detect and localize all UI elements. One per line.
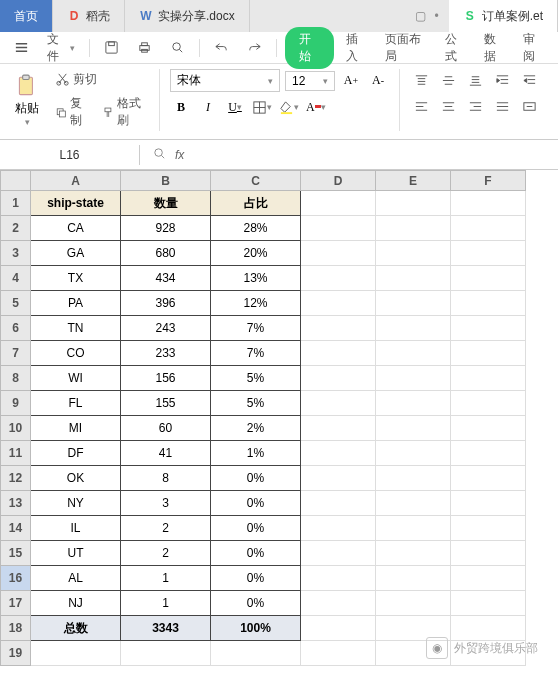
increase-font-button[interactable]: A+ (340, 70, 362, 92)
cell[interactable]: 41 (121, 441, 211, 466)
align-right-button[interactable] (464, 95, 486, 117)
bold-button[interactable]: B (170, 96, 192, 118)
cell[interactable] (451, 216, 526, 241)
row-header[interactable]: 4 (1, 266, 31, 291)
cell[interactable] (376, 316, 451, 341)
col-header[interactable]: F (451, 171, 526, 191)
cell[interactable]: GA (31, 241, 121, 266)
cell[interactable]: 12% (211, 291, 301, 316)
cell[interactable]: 0% (211, 466, 301, 491)
cell[interactable]: 8 (121, 466, 211, 491)
cell[interactable] (451, 391, 526, 416)
menu-review[interactable]: 审阅 (517, 27, 550, 69)
cell[interactable]: 396 (121, 291, 211, 316)
cell[interactable]: 0% (211, 541, 301, 566)
cell[interactable] (301, 391, 376, 416)
cell[interactable] (301, 516, 376, 541)
cell[interactable]: 680 (121, 241, 211, 266)
menu-start[interactable]: 开始 (285, 27, 334, 69)
cell[interactable]: NJ (31, 591, 121, 616)
paste-button[interactable]: 粘贴▾ (8, 72, 46, 129)
cell[interactable] (451, 516, 526, 541)
cell[interactable] (376, 491, 451, 516)
font-family-select[interactable]: 宋体▾ (170, 69, 280, 92)
cell[interactable]: 3 (121, 491, 211, 516)
col-header[interactable]: C (211, 171, 301, 191)
cell[interactable] (301, 266, 376, 291)
cell[interactable]: 233 (121, 341, 211, 366)
cell[interactable] (451, 541, 526, 566)
cell[interactable] (301, 566, 376, 591)
row-header[interactable]: 16 (1, 566, 31, 591)
cell[interactable] (451, 591, 526, 616)
border-button[interactable]: ▾ (251, 96, 273, 118)
window-control-icon[interactable]: • (434, 9, 438, 23)
cell[interactable]: 13% (211, 266, 301, 291)
cell[interactable] (301, 591, 376, 616)
cell[interactable]: DF (31, 441, 121, 466)
cell[interactable]: 5% (211, 366, 301, 391)
cell[interactable]: 7% (211, 316, 301, 341)
cell[interactable] (121, 641, 211, 666)
fill-color-button[interactable]: ▾ (278, 96, 300, 118)
cell[interactable] (301, 491, 376, 516)
cell[interactable]: 0% (211, 591, 301, 616)
cell[interactable]: 2% (211, 416, 301, 441)
row-header[interactable]: 5 (1, 291, 31, 316)
menu-data[interactable]: 数据 (478, 27, 511, 69)
zoom-icon[interactable] (152, 146, 167, 164)
cell[interactable] (376, 541, 451, 566)
cell[interactable]: TN (31, 316, 121, 341)
cell[interactable] (376, 441, 451, 466)
col-header[interactable]: B (121, 171, 211, 191)
name-box[interactable]: L16 (0, 145, 140, 165)
cell[interactable] (301, 441, 376, 466)
redo-icon[interactable] (241, 36, 268, 59)
col-header[interactable]: E (376, 171, 451, 191)
menu-file[interactable]: 文件 ▾ (41, 27, 81, 69)
cell[interactable]: 5% (211, 391, 301, 416)
cell[interactable]: 0% (211, 516, 301, 541)
decrease-indent-button[interactable] (518, 69, 540, 91)
row-header[interactable]: 18 (1, 616, 31, 641)
cell[interactable]: FL (31, 391, 121, 416)
cell[interactable] (301, 341, 376, 366)
cell[interactable]: 243 (121, 316, 211, 341)
cell[interactable]: MI (31, 416, 121, 441)
row-header[interactable]: 12 (1, 466, 31, 491)
fx-icon[interactable]: fx (175, 148, 184, 162)
cut-button[interactable]: 剪切 (51, 69, 149, 90)
cell[interactable] (31, 641, 121, 666)
menu-hamburger[interactable] (8, 36, 35, 59)
align-center-button[interactable] (437, 95, 459, 117)
decrease-font-button[interactable]: A- (367, 70, 389, 92)
row-header[interactable]: 6 (1, 316, 31, 341)
cell[interactable] (376, 341, 451, 366)
cell[interactable] (451, 191, 526, 216)
font-size-select[interactable]: 12▾ (285, 71, 335, 91)
menu-layout[interactable]: 页面布局 (379, 27, 433, 69)
cell[interactable] (451, 441, 526, 466)
cell[interactable]: WI (31, 366, 121, 391)
row-header[interactable]: 2 (1, 216, 31, 241)
cell[interactable]: CO (31, 341, 121, 366)
justify-button[interactable] (491, 95, 513, 117)
cell[interactable] (301, 291, 376, 316)
cell[interactable] (451, 466, 526, 491)
grid[interactable]: ABCDEF1ship-state数量占比2CA92828%3GA68020%4… (0, 170, 526, 666)
cell[interactable]: AL (31, 566, 121, 591)
cell[interactable]: 数量 (121, 191, 211, 216)
cell[interactable]: 20% (211, 241, 301, 266)
cell[interactable]: CA (31, 216, 121, 241)
cell[interactable]: 156 (121, 366, 211, 391)
cell[interactable] (376, 241, 451, 266)
cell[interactable] (376, 266, 451, 291)
merge-cells-button[interactable] (518, 95, 540, 117)
cell[interactable] (376, 191, 451, 216)
cell[interactable] (301, 541, 376, 566)
align-middle-button[interactable] (437, 69, 459, 91)
cell[interactable] (451, 491, 526, 516)
cell[interactable]: 1 (121, 591, 211, 616)
cell[interactable] (376, 566, 451, 591)
cell[interactable] (451, 566, 526, 591)
